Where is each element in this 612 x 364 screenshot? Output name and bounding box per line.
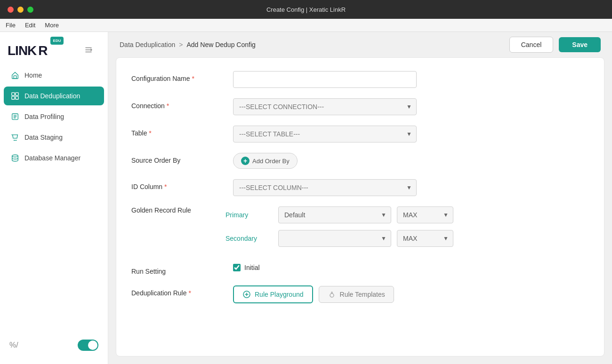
window-title: Create Config | Xeratic LinkR bbox=[266, 6, 346, 13]
svg-rect-1 bbox=[12, 93, 15, 95]
connection-row: Connection * ---SELECT CONNECTION--- ▼ bbox=[131, 98, 589, 115]
source-order-control: + Add Order By bbox=[233, 153, 589, 169]
sidebar-bottom: %/ bbox=[0, 334, 108, 356]
connection-required: * bbox=[167, 102, 169, 110]
menu-help[interactable]: Edit bbox=[25, 22, 35, 29]
id-column-label: ID Column * bbox=[131, 179, 225, 190]
golden-secondary-row: Secondary ▼ MAX ▼ bbox=[225, 230, 589, 247]
config-name-label: Configuration Name * bbox=[131, 71, 225, 82]
sidebar-item-data-profiling[interactable]: Data Profiling bbox=[4, 107, 104, 126]
home-icon bbox=[10, 71, 20, 80]
sidebar-nav: Home Data Deduplication Data Profiling D… bbox=[0, 66, 108, 334]
golden-record-content: Primary Default ▼ MAX ▼ bbox=[225, 206, 589, 253]
run-setting-initial-text: Initial bbox=[244, 264, 260, 271]
database-icon bbox=[10, 153, 20, 163]
secondary-select[interactable] bbox=[278, 230, 391, 247]
sidebar-item-staging-label: Data Staging bbox=[24, 134, 63, 141]
maximize-button[interactable] bbox=[27, 7, 33, 13]
rule-templates-label: Rule Templates bbox=[340, 291, 385, 298]
logo-r: R bbox=[38, 43, 47, 58]
main-content: Data Deduplication > Add New Dedup Confi… bbox=[108, 32, 612, 364]
sidebar-collapse-button[interactable] bbox=[84, 46, 100, 56]
logo: LINK R EDU bbox=[8, 43, 84, 58]
svg-point-8 bbox=[12, 155, 18, 157]
id-column-select[interactable]: ---SELECT COLUMN--- bbox=[233, 179, 417, 196]
sidebar-item-dedup-label: Data Deduplication bbox=[24, 92, 80, 100]
toggle-knob bbox=[88, 340, 97, 350]
secondary-max-select[interactable]: MAX bbox=[397, 230, 453, 247]
run-setting-label: Run Setting bbox=[131, 264, 225, 275]
secondary-select-wrapper: ▼ bbox=[278, 230, 391, 247]
table-control: ---SELECT TABLE--- ▼ bbox=[233, 126, 589, 142]
profiling-icon bbox=[10, 112, 20, 121]
svg-rect-3 bbox=[12, 96, 15, 99]
config-name-control bbox=[233, 71, 589, 88]
golden-record-row: Golden Record Rule Primary Default ▼ bbox=[131, 206, 589, 253]
config-name-input[interactable] bbox=[233, 71, 417, 88]
dedup-rule-row: Deduplication Rule * Rule Playground bbox=[131, 285, 589, 303]
config-name-required: * bbox=[192, 75, 194, 82]
source-order-label: Source Order By bbox=[131, 153, 225, 164]
sidebar-item-data-staging[interactable]: Data Staging bbox=[4, 128, 104, 147]
svg-rect-2 bbox=[16, 93, 18, 95]
connection-control: ---SELECT CONNECTION--- ▼ bbox=[233, 98, 589, 115]
close-button[interactable] bbox=[8, 7, 14, 13]
sidebar-item-db-label: Database Manager bbox=[24, 154, 81, 162]
primary-select[interactable]: Default bbox=[278, 206, 391, 223]
cancel-button[interactable]: Cancel bbox=[509, 37, 554, 53]
svg-point-10 bbox=[330, 293, 334, 297]
menu-more[interactable]: More bbox=[45, 22, 59, 29]
add-order-button[interactable]: + Add Order By bbox=[233, 153, 298, 169]
menu-file[interactable]: File bbox=[6, 22, 16, 29]
run-setting-row: Run Setting Initial bbox=[131, 264, 589, 275]
save-button[interactable]: Save bbox=[559, 37, 601, 52]
staging-icon bbox=[10, 133, 20, 142]
source-order-row: Source Order By + Add Order By bbox=[131, 153, 589, 169]
table-row: Table * ---SELECT TABLE--- ▼ bbox=[131, 126, 589, 142]
table-label: Table * bbox=[131, 126, 225, 137]
connection-select[interactable]: ---SELECT CONNECTION--- bbox=[233, 98, 417, 115]
breadcrumb-separator: > bbox=[179, 41, 183, 48]
titlebar: Create Config | Xeratic LinkR bbox=[0, 0, 612, 19]
sidebar-item-home[interactable]: Home bbox=[4, 66, 104, 85]
dedup-icon bbox=[10, 91, 20, 101]
breadcrumb-current: Add New Dedup Config bbox=[186, 41, 255, 48]
dedup-rule-required: * bbox=[188, 289, 191, 297]
svg-point-7 bbox=[16, 140, 17, 141]
sidebar-item-data-deduplication[interactable]: Data Deduplication bbox=[4, 87, 104, 105]
golden-primary-row: Primary Default ▼ MAX ▼ bbox=[225, 206, 589, 223]
run-setting-initial-label[interactable]: Initial bbox=[233, 264, 260, 271]
id-column-control: ---SELECT COLUMN--- ▼ bbox=[233, 179, 589, 196]
table-select[interactable]: ---SELECT TABLE--- bbox=[233, 126, 417, 142]
rule-playground-label: Rule Playground bbox=[255, 291, 304, 298]
table-required: * bbox=[149, 129, 151, 137]
add-order-label: Add Order By bbox=[252, 158, 290, 165]
dedup-rule-label: Deduplication Rule * bbox=[131, 285, 225, 297]
minimize-button[interactable] bbox=[17, 7, 24, 13]
primary-label: Primary bbox=[225, 211, 273, 219]
golden-record-label: Golden Record Rule bbox=[131, 206, 225, 214]
id-column-required: * bbox=[164, 183, 167, 190]
theme-toggle[interactable] bbox=[78, 340, 98, 351]
table-select-wrapper: ---SELECT TABLE--- ▼ bbox=[233, 126, 417, 142]
app-body: LINK R EDU Home D bbox=[0, 32, 612, 364]
run-setting-control: Initial bbox=[233, 264, 589, 271]
dedup-rule-control: Rule Playground Rule Templates bbox=[233, 285, 589, 303]
plus-icon: + bbox=[241, 157, 250, 165]
connection-label: Connection * bbox=[131, 98, 225, 110]
logo-text: LINK bbox=[8, 43, 36, 58]
sidebar-item-database-manager[interactable]: Database Manager bbox=[4, 149, 104, 167]
window-controls bbox=[8, 7, 33, 13]
primary-max-select[interactable]: MAX bbox=[397, 206, 453, 223]
run-setting-initial-checkbox[interactable] bbox=[233, 264, 241, 271]
form-area: Configuration Name * Connection * ---SEL… bbox=[116, 57, 604, 356]
connection-select-wrapper: ---SELECT CONNECTION--- ▼ bbox=[233, 98, 417, 115]
primary-max-wrapper: MAX ▼ bbox=[397, 206, 453, 223]
id-column-row: ID Column * ---SELECT COLUMN--- ▼ bbox=[131, 179, 589, 196]
breadcrumb-parent[interactable]: Data Deduplication bbox=[120, 41, 175, 48]
secondary-label: Secondary bbox=[225, 235, 273, 242]
rule-playground-button[interactable]: Rule Playground bbox=[233, 285, 313, 303]
topbar: Data Deduplication > Add New Dedup Confi… bbox=[108, 32, 612, 57]
rule-templates-button[interactable]: Rule Templates bbox=[319, 286, 394, 303]
topbar-actions: Cancel Save bbox=[509, 37, 601, 53]
